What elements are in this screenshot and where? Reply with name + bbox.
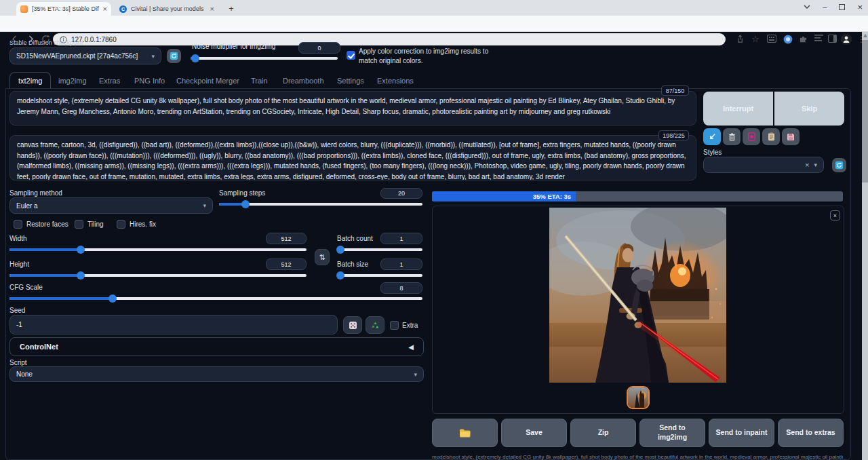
window-controls: – × — [804, 1, 863, 12]
cfg-scale-slider[interactable] — [9, 297, 422, 300]
close-tab-icon[interactable]: × — [103, 5, 107, 13]
checkpoint-select[interactable]: SD15NewVAEpruned.ckpt [27a4ac756c] ▾ — [9, 47, 161, 64]
stable-diffusion-favicon — [20, 5, 28, 13]
save-style-button[interactable] — [782, 128, 800, 145]
swap-width-height-button[interactable]: ⇅ — [315, 249, 330, 265]
sampling-steps-input[interactable]: 20 — [380, 188, 422, 199]
send-to-extras-button[interactable]: Send to extras — [778, 419, 844, 447]
batch-count-input[interactable]: 1 — [380, 233, 422, 244]
generated-image[interactable] — [549, 208, 726, 383]
close-preview-icon[interactable]: × — [830, 210, 840, 221]
refresh-checkpoints-button[interactable] — [167, 49, 181, 63]
send-to-img2img-button[interactable]: Send to img2img — [639, 419, 705, 447]
profile-avatar[interactable] — [841, 34, 852, 45]
side-panel-icon[interactable] — [828, 35, 838, 45]
slider-handle[interactable] — [336, 271, 344, 280]
script-select[interactable]: None ▾ — [9, 366, 424, 382]
tiling-checkbox[interactable] — [75, 220, 83, 229]
controlnet-accordion[interactable]: ControlNet ◀ — [9, 337, 424, 356]
interrupt-button[interactable]: Interrupt — [703, 92, 773, 126]
sampling-steps-label: Sampling steps — [219, 189, 265, 197]
height-input[interactable]: 512 — [266, 258, 307, 270]
tab-img2img[interactable]: img2img — [56, 72, 90, 89]
scroll-up-arrow-icon[interactable] — [863, 34, 867, 37]
tab-txt2img[interactable]: txt2img — [9, 72, 51, 89]
styles-label: Styles — [703, 149, 722, 156]
width-input[interactable]: 512 — [266, 233, 307, 244]
blue-extension-icon[interactable] — [783, 35, 793, 45]
extensions-puzzle-icon[interactable] — [799, 35, 809, 45]
cfg-scale-input[interactable]: 8 — [380, 282, 422, 294]
hires-fix-label: Hires. fix — [130, 221, 156, 228]
negative-token-counter: 198/225 — [658, 130, 689, 140]
close-window-icon[interactable]: × — [857, 2, 863, 12]
clear-prompt-trash-button[interactable] — [723, 128, 741, 145]
tab-settings[interactable]: Settings — [334, 72, 367, 89]
reuse-seed-recycle-button[interactable] — [366, 316, 384, 334]
seed-input[interactable]: -1 — [9, 315, 338, 334]
open-folder-button[interactable] — [432, 419, 498, 447]
browser-tab-stable-diffusion[interactable]: [35% ETA: 3s] Stable Diffusion × — [16, 2, 111, 16]
minimize-window-icon[interactable]: – — [823, 3, 827, 11]
clear-styles-icon[interactable]: × — [805, 161, 809, 169]
width-slider[interactable] — [9, 248, 307, 251]
slider-handle[interactable] — [336, 246, 344, 254]
tab-train[interactable]: Train — [248, 72, 271, 89]
reading-list-icon[interactable] — [814, 35, 825, 45]
tab-png-info[interactable]: PNG Info — [132, 72, 167, 89]
height-slider[interactable] — [9, 274, 307, 277]
refresh-styles-button[interactable] — [832, 158, 846, 172]
width-label: Width — [9, 235, 27, 242]
skip-button[interactable]: Skip — [774, 92, 844, 126]
slider-fill — [9, 274, 81, 277]
scrollbar-thumb[interactable] — [862, 40, 868, 183]
bookmark-star-icon[interactable]: ☆ — [751, 35, 762, 45]
sampling-method-label: Sampling method — [9, 189, 62, 197]
restore-faces-checkbox[interactable] — [14, 220, 22, 229]
color-correction-checkbox[interactable] — [347, 51, 355, 60]
prompt-textarea[interactable]: modelshoot style, (extremely detailed CG… — [9, 91, 696, 126]
slider-handle[interactable] — [191, 54, 199, 62]
page-scrollbar[interactable] — [862, 32, 868, 460]
noise-multiplier-input[interactable]: 0 — [298, 42, 340, 54]
gallery-thumbnail-selected[interactable] — [627, 386, 650, 409]
negative-prompt-textarea[interactable]: canvas frame, cartoon, 3d, ((disfigured)… — [9, 135, 696, 180]
generation-info-text: modelshoot style, (extremely detailed CG… — [432, 454, 843, 460]
batch-count-slider[interactable] — [337, 248, 422, 251]
browser-tab-civitai[interactable]: C Civitai | Share your models × — [115, 2, 218, 16]
send-to-inpaint-button[interactable]: Send to inpaint — [709, 419, 774, 447]
tab-extensions[interactable]: Extensions — [374, 72, 416, 89]
slider-handle[interactable] — [77, 246, 85, 254]
extra-seed-checkbox[interactable] — [390, 321, 399, 330]
sampling-steps-slider[interactable] — [219, 203, 422, 206]
extra-networks-card-button[interactable] — [743, 128, 760, 145]
styles-dropdown[interactable]: × ▾ — [703, 157, 824, 173]
zip-button[interactable]: Zip — [570, 419, 636, 447]
sampling-method-select[interactable]: Euler a ▾ — [9, 197, 213, 214]
tab-search-chevron-icon[interactable] — [804, 4, 810, 9]
share-icon[interactable] — [736, 35, 746, 45]
script-label: Script — [9, 359, 27, 366]
address-bar[interactable]: 127.0.0.1:7860 — [53, 33, 726, 45]
hires-fix-checkbox[interactable] — [117, 220, 125, 229]
new-tab-button[interactable]: + — [226, 3, 237, 14]
noise-multiplier-slider[interactable] — [191, 57, 338, 60]
close-tab-icon[interactable]: × — [210, 5, 214, 13]
tab-checkpoint-merger[interactable]: Checkpoint Merger — [174, 72, 242, 89]
browser-tab-title: [35% ETA: 3s] Stable Diffusion — [32, 5, 99, 12]
batch-size-input[interactable]: 1 — [380, 258, 422, 270]
paste-params-button[interactable] — [703, 128, 721, 145]
media-grid-icon[interactable] — [767, 35, 777, 45]
batch-size-slider[interactable] — [337, 274, 422, 277]
tab-dreambooth[interactable]: Dreambooth — [280, 72, 327, 89]
slider-handle[interactable] — [241, 200, 250, 208]
slider-handle[interactable] — [77, 271, 85, 280]
random-seed-dice-button[interactable] — [343, 316, 362, 334]
chevron-down-icon[interactable]: ▾ — [814, 161, 817, 168]
tab-extras[interactable]: Extras — [96, 72, 123, 89]
folder-icon — [459, 428, 471, 438]
maximize-window-icon[interactable] — [839, 4, 845, 10]
apply-style-clipboard-button[interactable] — [762, 128, 780, 145]
slider-fill — [9, 248, 81, 251]
save-button[interactable]: Save — [501, 419, 567, 447]
